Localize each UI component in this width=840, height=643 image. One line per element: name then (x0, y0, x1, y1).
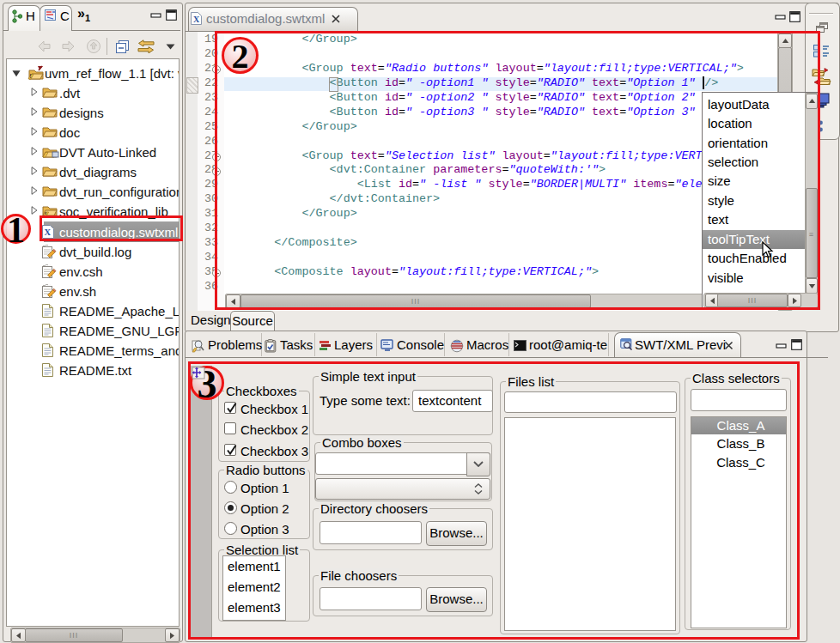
svg-text:X: X (193, 15, 200, 24)
svg-text:!: ! (30, 73, 32, 79)
